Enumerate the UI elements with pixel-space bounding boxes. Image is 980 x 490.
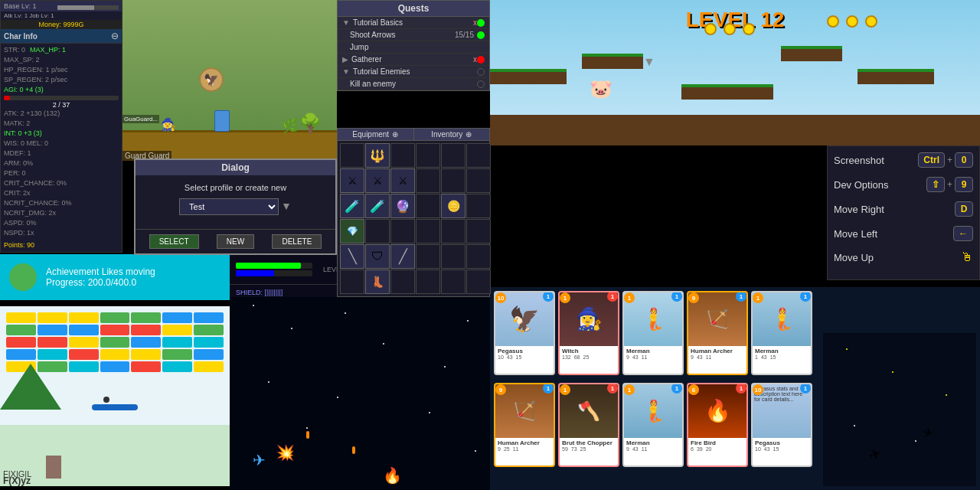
inv-green-1[interactable]: 💎: [340, 219, 364, 243]
quest-gatherer[interactable]: ▶ Gatherer x: [338, 54, 489, 66]
dev-options-shortcut: Dev Options ⇧ + 9: [834, 177, 973, 192]
inv-slot-22[interactable]: [466, 244, 491, 269]
equip-slot-8[interactable]: ⚔: [365, 168, 390, 193]
inv-sword-1[interactable]: ╲: [340, 244, 364, 269]
brick: [38, 349, 67, 360]
equip-inv-header: Equipment ⊕ Inventory ⊕: [338, 129, 489, 141]
equip-slot-10[interactable]: [416, 168, 440, 193]
profile-select[interactable]: Test: [179, 198, 279, 215]
ball: [103, 397, 109, 403]
inv-boots[interactable]: 👢: [365, 270, 390, 294]
inv-potion-2[interactable]: 🧪: [365, 194, 390, 218]
inv-slot-13[interactable]: [416, 194, 440, 218]
equip-slot-5[interactable]: [441, 143, 466, 168]
card-archer-1[interactable]: 9 1 🏹 Human Archer 94311: [687, 291, 748, 375]
card-stats-7: 597325: [562, 446, 616, 452]
ground-platform: [490, 115, 980, 145]
quest-kill-enemy[interactable]: Kill an enemy: [338, 78, 489, 90]
inv-slot-25[interactable]: [416, 270, 440, 294]
quest-status-gatherer: [477, 56, 485, 64]
brick: [6, 337, 36, 348]
inv-shield[interactable]: 🛡: [365, 244, 390, 269]
star-corner-2: [915, 440, 916, 442]
monster-sprite: 🐷: [590, 78, 612, 100]
space-shooter: ✈ 💥 🔥 💥 👾 👾 👾 👾 👾 ✚: [230, 297, 490, 490]
equip-slot-7[interactable]: ⚔: [340, 168, 364, 193]
screenshot-label: Screenshot: [834, 155, 884, 166]
equipment-settings-icon[interactable]: ⊕: [392, 130, 398, 139]
shield-bar: [236, 270, 274, 276]
new-button[interactable]: NEW: [217, 234, 254, 249]
quest-shoot-arrows[interactable]: Shoot Arrows 15/15: [338, 29, 489, 41]
d-key: D: [955, 201, 973, 217]
card-merman-2[interactable]: 1 1 🧜 Merman 14315: [751, 291, 812, 375]
coin-2: [724, 23, 736, 35]
equip-slot-12[interactable]: [466, 168, 491, 193]
card-merman-1[interactable]: 1 1 🧜 Merman 94311: [622, 291, 684, 375]
inv-slot-19[interactable]: [466, 219, 491, 243]
card-brut[interactable]: 1 1 🪓 Brut the Chopper 597325: [558, 383, 619, 467]
select-button[interactable]: SELECT: [149, 234, 199, 249]
star: [337, 397, 338, 398]
card-archer-2[interactable]: 9 1 🏹 Human Archer 92511: [494, 383, 555, 467]
equip-slot-9[interactable]: ⚔: [390, 168, 415, 193]
platform-game: LEVEL 12 🐷 ▼: [490, 0, 980, 145]
inv-sword-2[interactable]: ╱: [390, 244, 415, 269]
char-info-header[interactable]: Char Info ⊖: [1, 29, 122, 44]
equip-slot-4[interactable]: [416, 143, 440, 168]
card-firebird[interactable]: 6 1 🔥 Fire Bird 63920: [687, 383, 748, 467]
card-witch[interactable]: 1 1 🧙‍♀️ Witch 1326825: [558, 291, 619, 375]
inv-orb[interactable]: 🔮: [390, 194, 415, 218]
equip-slot-11[interactable]: [441, 168, 466, 193]
equipment-tab[interactable]: Equipment ⊕: [338, 129, 414, 140]
inv-slot-15[interactable]: [365, 219, 390, 243]
quest-tutorial-enemies[interactable]: ▼ Tutorial Enemies: [338, 66, 489, 78]
brick: [100, 361, 130, 372]
card-pegasus-2[interactable]: 10 1 Pegasus stats and description text …: [751, 383, 812, 467]
inv-slot-14[interactable]: [466, 194, 491, 218]
inv-slot-27[interactable]: [466, 270, 491, 294]
dropdown-arrow[interactable]: ▼: [281, 200, 292, 212]
char-info-collapse[interactable]: ⊖: [111, 31, 119, 41]
card-info-9: Fire Bird 63920: [688, 438, 746, 453]
equip-slot-2[interactable]: 🔱: [365, 143, 390, 168]
inv-slot-23[interactable]: [340, 270, 364, 294]
dev-options-keys: ⇧ + 9: [926, 177, 973, 192]
ctrl-key: Ctrl: [918, 152, 945, 168]
move-right-keys: D: [955, 201, 973, 217]
card-pegasus-1[interactable]: 10 1 🦅 Pegasus 104315: [494, 291, 555, 375]
brick: [69, 349, 99, 360]
brick: [131, 337, 161, 348]
inv-potion-1[interactable]: 🧪: [340, 194, 364, 218]
move-up-shortcut: Move Up 🖱: [834, 250, 973, 264]
star: [429, 412, 430, 413]
inv-slot-26[interactable]: [441, 270, 466, 294]
card-info-10: Pegasus 104315: [753, 438, 811, 453]
inv-slot-18[interactable]: [441, 219, 466, 243]
inv-slot-20[interactable]: [416, 244, 440, 269]
achievement-title: Achievement Likes moving: [46, 266, 155, 277]
card-info-8: Merman 94311: [624, 438, 682, 453]
inv-slot-16[interactable]: [390, 219, 415, 243]
equip-slot-6[interactable]: [466, 143, 491, 168]
dialog-select-row: Test ▼: [143, 198, 328, 215]
zero-key: 0: [955, 152, 973, 168]
card-name-1: Pegasus: [498, 348, 551, 354]
inventory-settings-icon[interactable]: ⊕: [466, 130, 472, 139]
inv-slot-17[interactable]: [416, 219, 440, 243]
inv-slot-21[interactable]: [441, 244, 466, 269]
delete-button[interactable]: DELETE: [272, 234, 322, 249]
inv-slot-24[interactable]: [390, 270, 415, 294]
quest-jump[interactable]: Jump: [338, 41, 489, 54]
star: [306, 427, 308, 429]
inventory-tab[interactable]: Inventory ⊕: [414, 129, 490, 140]
rpg-atk-lv: Atk Lv: 1: [4, 12, 28, 19]
card-merman-3[interactable]: 1 1 🧜 Merman 94311: [622, 383, 684, 467]
move-right-label: Move Right: [834, 204, 884, 215]
inv-coin[interactable]: 🪙: [441, 194, 466, 218]
move-up-keys: 🖱: [961, 250, 973, 264]
equip-slot-1[interactable]: [340, 143, 364, 168]
yellow-star-1: [846, 348, 848, 350]
equip-slot-3[interactable]: [390, 143, 415, 168]
quest-tutorial-basics[interactable]: ▼ Tutorial Basics x: [338, 17, 489, 29]
